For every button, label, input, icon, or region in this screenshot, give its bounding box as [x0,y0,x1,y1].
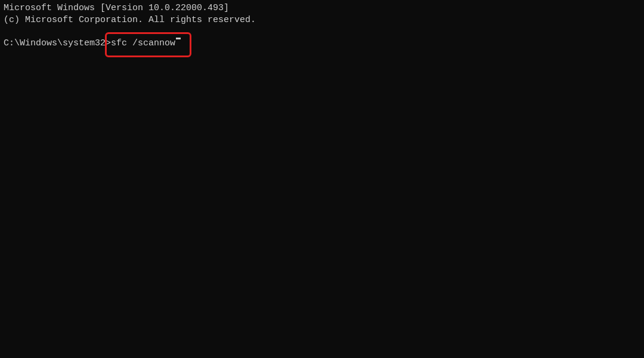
typed-command[interactable]: sfc /scannow [111,38,175,50]
banner-copyright-line: (c) Microsoft Corporation. All rights re… [4,14,640,26]
command-prompt-line[interactable]: C:\Windows\system32>sfc /scannow [4,38,640,50]
prompt-path: C:\Windows\system32> [4,38,111,50]
banner-version-line: Microsoft Windows [Version 10.0.22000.49… [4,2,640,14]
cursor-icon [176,38,181,39]
